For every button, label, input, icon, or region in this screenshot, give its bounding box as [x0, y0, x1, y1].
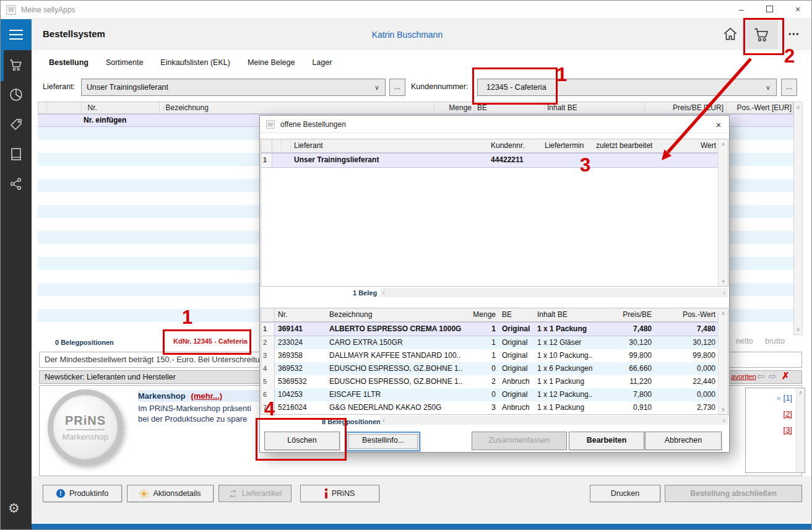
window-title: Meine sellyApps	[21, 6, 75, 14]
beleg-count: 1 Beleg	[353, 289, 377, 297]
lieferant-select[interactable]: Unser Trainingslieferant ∨	[81, 79, 386, 96]
table-cell: 0	[463, 388, 499, 401]
scroll-up-icon[interactable]: ∧	[719, 310, 728, 316]
next-arrow-icon[interactable]: ⇨	[769, 371, 777, 382]
table-cell: 30,120	[593, 336, 655, 349]
order-row[interactable]: 1 Unser Trainingslieferant 44422211	[261, 153, 728, 168]
produktinfo-button[interactable]: ! Produktinfo	[43, 485, 122, 502]
tab-bar: Bestellung Sortimente Einkaufslisten (EK…	[49, 54, 332, 71]
positions-table: Nr. Bezeichnung Menge BE Inhalt BE Preis…	[261, 308, 728, 415]
page-title: Bestellsystem	[43, 28, 105, 39]
active-nav-indicator	[1, 50, 4, 81]
scroll-left-icon[interactable]: ‹	[382, 416, 385, 425]
table-cell: 2	[463, 375, 499, 388]
news-page-link[interactable]: »[1]	[777, 393, 792, 402]
table-row[interactable]: 55369532EDUSCHO ESPRESSO, GZ.BOHNE 1..2A…	[261, 375, 728, 388]
table-cell: 7,480	[655, 323, 719, 336]
table-cell: 5216024	[275, 401, 326, 414]
positions-hscrollbar[interactable]: ‹ ›	[380, 415, 728, 425]
tag-nav-icon[interactable]	[9, 117, 24, 132]
scroll-right-icon[interactable]: ›	[723, 289, 725, 297]
zusammenfassen-button: Zusammenfassen	[472, 432, 567, 450]
share-nav-icon[interactable]	[9, 176, 24, 191]
table-cell: 1 x 1 Packung	[534, 401, 593, 414]
maximize-button[interactable]	[755, 1, 784, 19]
news-text-line: Im PRiNS-Markenshop präsenti	[138, 404, 251, 413]
table-cell: 369358	[275, 349, 326, 362]
pagination-scrollbar[interactable]: ∧	[796, 388, 805, 472]
news-page-link[interactable]: [3]	[784, 425, 792, 435]
scroll-up-icon[interactable]: ∧	[797, 389, 805, 396]
annotation-box-kundennummer	[472, 67, 558, 105]
more-options-button[interactable]: ⋯	[788, 27, 800, 41]
table-row[interactable]: 1369141ALBERTO ESPRESSO CREMA 1000G1Orig…	[261, 322, 728, 336]
prev-arrow-icon[interactable]: ⇦	[757, 371, 765, 382]
table-cell: 1	[463, 349, 499, 362]
favoriten-link[interactable]: avoriten	[731, 373, 756, 380]
drucken-button[interactable]: Drucken	[590, 485, 660, 502]
scroll-down-icon[interactable]: ∨	[719, 278, 728, 284]
cart-nav-icon[interactable]	[9, 58, 24, 72]
tab-sortimente[interactable]: Sortimente	[106, 58, 143, 67]
table-cell: 1	[463, 336, 499, 349]
tab-meine-belege[interactable]: Meine Belege	[248, 58, 295, 67]
home-icon[interactable]	[722, 26, 738, 42]
table-row[interactable]: 2233024CARO EXTRA 150GR1Original1 x 12 G…	[261, 336, 728, 349]
table-row[interactable]: 6104253EISCAFE 1LTR0Original1 x 12 Packu…	[261, 388, 728, 401]
table-cell: 5369532	[275, 375, 326, 388]
table-cell: EDUSCHO ESPRESSO, GZ.BOHNE 1..	[326, 362, 463, 375]
lieferant-value: Unser Trainingslieferant	[87, 83, 168, 92]
table-cell: Anbruch	[499, 375, 534, 388]
table-row[interactable]: 4369532EDUSCHO ESPRESSO, GZ.BOHNE 1..0Or…	[261, 362, 728, 375]
order-lieferant: Unser Trainingslieferant	[291, 154, 488, 167]
minimize-button[interactable]: –	[727, 1, 756, 19]
app-logo-icon: W	[6, 5, 16, 15]
table-cell: 99,800	[593, 349, 655, 362]
main-table-scrollbar[interactable]: ∧ ∨	[793, 102, 803, 335]
settings-gear-icon[interactable]: ⚙	[8, 501, 20, 516]
table-cell: 104253	[275, 388, 326, 401]
news-page-link[interactable]: [2]	[784, 409, 792, 419]
scroll-down-icon[interactable]: ∨	[794, 326, 802, 332]
close-news-icon[interactable]: ✗	[782, 370, 790, 381]
annotation-box-cart	[743, 18, 784, 55]
row-number: 3	[261, 349, 275, 362]
scroll-down-icon[interactable]: ∨	[719, 406, 728, 412]
bearbeiten-button[interactable]: Bearbeiten	[569, 432, 644, 450]
menu-button[interactable]	[1, 19, 32, 50]
aktionsdetails-button[interactable]: Aktionsdetails	[127, 485, 214, 502]
annotation-box-kdnr	[163, 329, 251, 355]
scroll-right-icon[interactable]: ›	[723, 416, 725, 425]
table-row[interactable]: 75216024G&G NEDERLAND KAKAO 250G3Anbruch…	[261, 401, 728, 414]
table-row[interactable]: 3369358DALLMAYR KAFFEE STANDARD 100..1Or…	[261, 349, 728, 362]
table-cell: ALBERTO ESPRESSO CREMA 1000G	[326, 323, 463, 336]
table-cell: 2,730	[655, 401, 719, 414]
orders-hscrollbar[interactable]: ‹ ›	[380, 288, 728, 297]
order-kundennr: 44422211	[488, 154, 542, 167]
tab-lager[interactable]: Lager	[312, 58, 332, 67]
scroll-up-icon[interactable]: ∧	[794, 104, 802, 110]
orders-scrollbar[interactable]: ∧ ∨	[718, 139, 728, 286]
refresh-icon	[228, 489, 238, 498]
close-button[interactable]: ×	[784, 1, 812, 19]
tab-einkaufslisten[interactable]: Einkaufslisten (EKL)	[160, 58, 230, 67]
bestellinfo-button[interactable]: Bestellinfo...	[346, 432, 420, 451]
prins-button[interactable]: PRiNS	[300, 485, 379, 502]
book-nav-icon[interactable]	[9, 147, 24, 162]
main-table-header: ↑Nr. ↑Bezeichnung Menge BE Inhalt BE Pre…	[38, 102, 793, 114]
pie-chart-nav-icon[interactable]	[9, 87, 24, 102]
abbrechen-button[interactable]: Abbrechen	[645, 432, 722, 450]
table-cell: Original	[499, 336, 534, 349]
mehr-link[interactable]: (mehr...)	[191, 391, 223, 401]
annotation-number-4: 4	[264, 398, 275, 420]
table-cell: 233024	[275, 336, 326, 349]
scroll-left-icon[interactable]: ‹	[382, 289, 385, 297]
tab-bestellung[interactable]: Bestellung	[49, 58, 89, 67]
kundennummer-browse-button[interactable]: ...	[781, 79, 797, 96]
scroll-up-icon[interactable]: ∧	[719, 141, 728, 147]
lieferant-browse-button[interactable]: ...	[389, 79, 405, 96]
positions-scrollbar[interactable]: ∧ ∨	[718, 308, 728, 414]
table-cell: EDUSCHO ESPRESSO, GZ.BOHNE 1..	[326, 375, 463, 388]
dialog-close-icon[interactable]: ×	[712, 119, 725, 131]
row-number: 1	[261, 154, 272, 167]
